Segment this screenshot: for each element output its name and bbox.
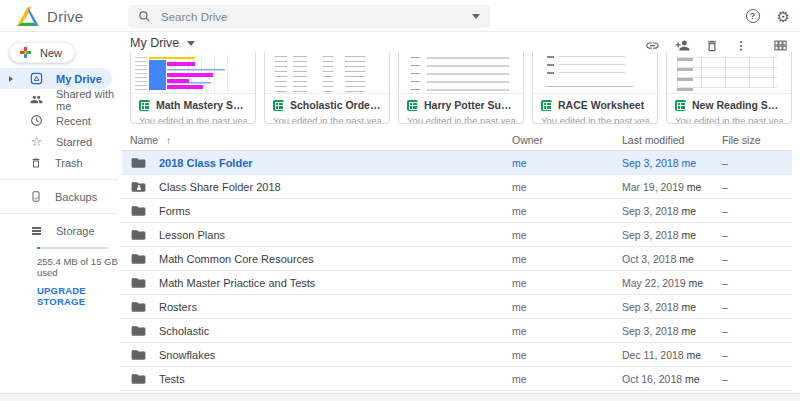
modified-cell: Oct 16, 2018 me xyxy=(622,373,722,385)
drive-logo-icon xyxy=(17,7,39,26)
folder-icon xyxy=(131,373,146,385)
sidebar-divider xyxy=(0,179,118,180)
table-row[interactable]: 2018 Class Folder me Sep 3, 2018 me – xyxy=(122,151,792,175)
sidebar-item-starred[interactable]: ☆ Starred xyxy=(0,131,118,152)
settings-gear-icon[interactable]: ⚙ xyxy=(777,9,790,24)
modified-cell: May 22, 2019 me xyxy=(622,277,722,289)
trash-icon xyxy=(30,157,42,169)
folder-name: 2018 Class Folder xyxy=(159,157,253,169)
table-row[interactable]: Class Share Folder 2018 me Mar 19, 2019 … xyxy=(122,175,792,199)
storage-meter-fill xyxy=(37,247,40,249)
delete-icon[interactable] xyxy=(705,39,719,53)
table-row[interactable]: Scholastic me Sep 3, 2018 me – xyxy=(122,319,792,343)
owner-cell: me xyxy=(512,181,622,193)
sidebar-item-label: Backups xyxy=(55,191,97,203)
file-table: Name ↑ Owner Last modified File size 201… xyxy=(122,130,792,391)
card-thumbnail xyxy=(667,52,791,94)
more-options-icon[interactable] xyxy=(734,39,748,53)
card-title: Scholastic Order 2018_19 xyxy=(290,99,381,111)
size-cell: – xyxy=(722,157,792,169)
help-glyph: ? xyxy=(750,11,756,21)
table-row[interactable]: Math Master Priactice and Tests me May 2… xyxy=(122,271,792,295)
owner-cell: me xyxy=(512,349,622,361)
folder-name: Math Master Priactice and Tests xyxy=(159,277,315,289)
search-input[interactable] xyxy=(161,11,472,23)
sheets-file-icon xyxy=(273,100,284,111)
expand-arrow-icon[interactable] xyxy=(9,76,13,82)
folder-icon xyxy=(131,253,146,265)
google-drive-window: Drive ? ⚙ New My Drive xyxy=(0,0,800,401)
column-header-owner[interactable]: Owner xyxy=(512,134,622,146)
sheets-file-icon xyxy=(675,100,686,111)
owner-cell: me xyxy=(512,205,622,217)
sidebar-divider xyxy=(0,213,118,214)
column-header-size[interactable]: File size xyxy=(722,134,792,146)
search-options-caret-icon[interactable] xyxy=(472,14,480,19)
card-thumbnail xyxy=(131,52,255,94)
table-row[interactable]: Lesson Plans me Sep 3, 2018 me – xyxy=(122,223,792,247)
table-row[interactable]: Forms me Sep 3, 2018 me – xyxy=(122,199,792,223)
breadcrumb-caret-icon xyxy=(187,41,195,46)
modified-cell: Sep 3, 2018 me xyxy=(622,325,722,337)
size-cell: – xyxy=(722,181,792,193)
search-icon xyxy=(138,10,151,23)
quick-access-card[interactable]: Math Mastery Scores You edited in the pa… xyxy=(130,52,256,124)
drive-logo[interactable]: Drive xyxy=(17,0,84,32)
breadcrumb[interactable]: My Drive xyxy=(130,36,195,50)
quick-access-card[interactable]: New Reading Summary Templ... You edited … xyxy=(666,52,792,124)
modified-cell: Sep 3, 2018 me xyxy=(622,205,722,217)
table-row[interactable]: Tests me Oct 16, 2018 me – xyxy=(122,367,792,391)
quick-access-card[interactable]: Scholastic Order 2018_19 You edited in t… xyxy=(264,52,390,124)
folder-icon xyxy=(131,349,146,361)
sidebar-item-backups[interactable]: Backups xyxy=(0,186,118,207)
sidebar: New My Drive Shared with me xyxy=(0,32,118,393)
card-subtitle: You edited in the past year xyxy=(541,115,649,124)
sidebar-item-storage[interactable]: Storage xyxy=(0,220,118,241)
get-link-icon[interactable] xyxy=(645,38,660,53)
modified-cell: Sep 3, 2018 me xyxy=(622,301,722,313)
upgrade-storage-link[interactable]: UPGRADE STORAGE xyxy=(37,285,118,307)
table-row[interactable]: Math Common Core Resources me Oct 3, 201… xyxy=(122,247,792,271)
column-header-modified[interactable]: Last modified xyxy=(622,134,722,146)
modified-cell: Dec 11, 2018 me xyxy=(622,349,722,361)
storage-usage-text: 255.4 MB of 15 GB used xyxy=(37,256,118,278)
sort-ascending-icon: ↑ xyxy=(166,135,171,146)
quick-access-card[interactable]: RACE Worksheet You edited in the past ye… xyxy=(532,52,658,124)
quick-access-card[interactable]: Harry Potter Summary You edited in the p… xyxy=(398,52,524,124)
table-row[interactable]: Snowflakes me Dec 11, 2018 me – xyxy=(122,343,792,367)
card-subtitle: You edited in the past year xyxy=(273,115,381,124)
page-title: My Drive xyxy=(130,36,179,50)
card-title: Harry Potter Summary xyxy=(424,99,515,111)
table-header: Name ↑ Owner Last modified File size xyxy=(122,130,792,151)
search-bar[interactable] xyxy=(128,5,490,28)
sidebar-item-label: Trash xyxy=(55,157,83,169)
sheets-file-icon xyxy=(139,100,150,111)
sidebar-item-my-drive[interactable]: My Drive xyxy=(0,68,112,89)
column-header-name[interactable]: Name ↑ xyxy=(122,134,512,146)
new-button[interactable]: New xyxy=(9,42,75,63)
sidebar-item-shared-with-me[interactable]: Shared with me xyxy=(0,89,118,110)
table-row[interactable]: Rosters me Sep 3, 2018 me – xyxy=(122,295,792,319)
size-cell: – xyxy=(722,373,792,385)
card-subtitle: You edited in the past year xyxy=(407,115,515,124)
folder-name: Snowflakes xyxy=(159,349,215,361)
storage-icon xyxy=(30,225,43,237)
folder-icon xyxy=(131,157,146,169)
share-person-add-icon[interactable] xyxy=(675,38,690,53)
column-label: Name xyxy=(130,134,158,146)
grid-view-icon[interactable] xyxy=(773,38,788,53)
size-cell: – xyxy=(722,229,792,241)
shared-with-me-icon xyxy=(30,93,43,106)
app-title: Drive xyxy=(47,8,84,25)
card-title: RACE Worksheet xyxy=(558,99,644,111)
card-thumbnail xyxy=(533,52,657,94)
help-icon[interactable]: ? xyxy=(746,9,760,23)
sidebar-item-label: Starred xyxy=(56,136,92,148)
folder-name: Scholastic xyxy=(159,325,209,337)
sidebar-item-recent[interactable]: Recent xyxy=(0,110,118,131)
sidebar-item-trash[interactable]: Trash xyxy=(0,152,118,173)
sidebar-item-label: Recent xyxy=(56,115,91,127)
owner-cell: me xyxy=(512,325,622,337)
size-cell: – xyxy=(722,301,792,313)
owner-cell: me xyxy=(512,157,622,169)
